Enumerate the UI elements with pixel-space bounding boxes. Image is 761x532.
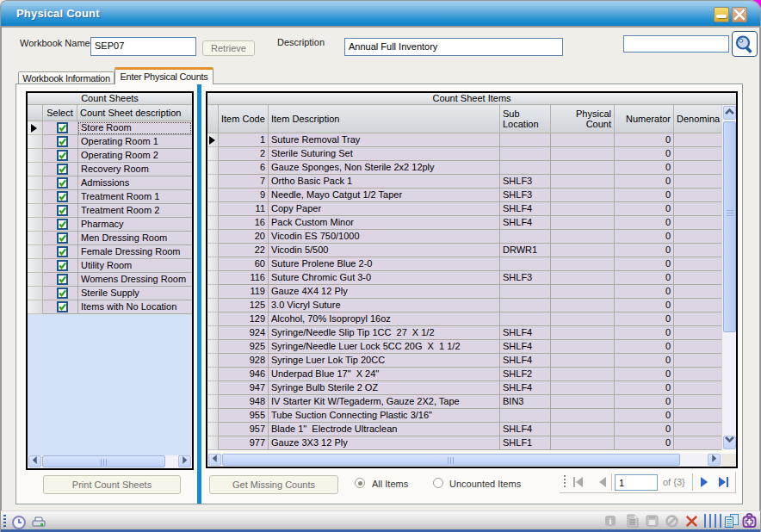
svg-text:i: i [609, 517, 612, 526]
